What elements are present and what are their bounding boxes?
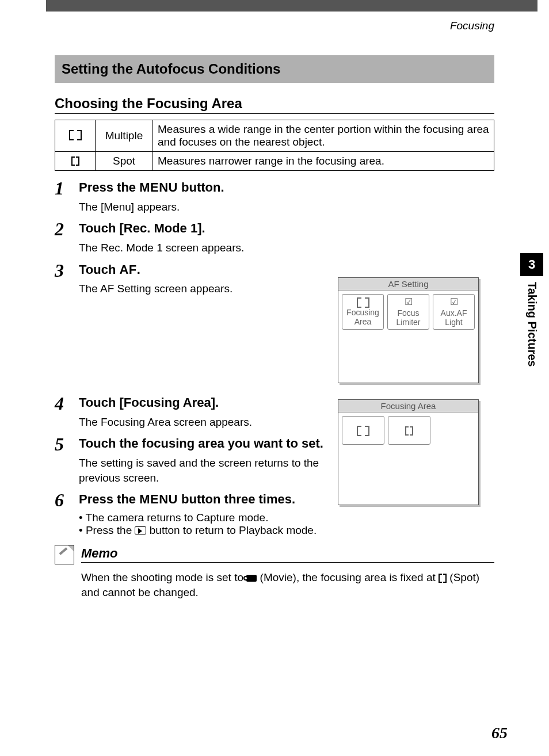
table-row: Multiple Measures a wide range in the ce… (55, 120, 494, 152)
movie-icon (246, 575, 257, 582)
btn-label: Focusing (346, 308, 379, 317)
step-title: Press the MENU button. (79, 179, 494, 196)
text: Touch (79, 262, 119, 277)
header-context: Focusing (0, 12, 549, 32)
step-title: Touch AF. (79, 261, 494, 278)
memo-header: Memo (55, 545, 494, 564)
btn-label: Area (354, 317, 372, 326)
screen-title: AF Setting (338, 278, 478, 291)
step-title: Touch [Rec. Mode 1]. (79, 220, 494, 237)
step-number: 2 (55, 220, 79, 255)
spot-icon (439, 574, 447, 582)
bracket-icon (357, 426, 369, 435)
step-number: 6 (55, 491, 79, 537)
screen-btn-aux-af-light[interactable]: Aux.AF Light (433, 294, 475, 330)
step-number: 3 (55, 261, 79, 296)
screen-btn-focusing-area[interactable]: Focusing Area (342, 294, 384, 330)
bracket-icon (69, 130, 82, 139)
step-number: 1 (55, 179, 79, 214)
bracket-icon (357, 297, 369, 307)
af-setting-screen: AF Setting Focusing Area Focus Limiter A… (338, 277, 479, 383)
memo-label: Memo (81, 546, 494, 563)
menu-word: MENU (139, 492, 178, 506)
step-2: 2 Touch [Rec. Mode 1]. The Rec. Mode 1 s… (55, 220, 494, 255)
focusing-area-screen: Focusing Area (338, 399, 479, 505)
step-title: Touch the focusing area you want to set. (79, 435, 355, 452)
menu-word: MENU (139, 180, 178, 194)
step-number: 5 (55, 435, 79, 485)
memo-icon (55, 545, 74, 564)
table-row: Spot Measures narrower range in the focu… (55, 152, 494, 171)
screen-btn-multiple[interactable] (342, 416, 384, 445)
text: button three times. (178, 492, 295, 506)
step-desc: The setting is saved and the screen retu… (79, 456, 361, 485)
mode-name: Multiple (96, 120, 153, 152)
step-number: 4 (55, 394, 79, 429)
screen-title: Focusing Area (338, 400, 478, 413)
memo-text: When the shooting mode is set to (Movie)… (55, 570, 494, 600)
check-icon (450, 297, 458, 307)
text: Press the (79, 492, 139, 506)
chapter-label: Taking Pictures (525, 282, 539, 366)
section-banner: Setting the Autofocus Conditions (55, 55, 494, 83)
step-desc: The [Menu] appears. (79, 200, 494, 215)
mode-icon-spot (55, 152, 96, 171)
btn-label: Light (445, 318, 462, 327)
mode-desc: Measures a wide range in the center port… (153, 120, 494, 152)
page-number: 65 (491, 724, 508, 742)
bullet: Press the button to return to Playback m… (79, 524, 494, 537)
sub-heading: Choosing the Focusing Area (55, 96, 494, 114)
modes-table: Multiple Measures a wide range in the ce… (55, 120, 494, 171)
playback-icon (135, 526, 146, 534)
text: When the shooting mode is set to (81, 571, 246, 583)
spot-icon (405, 426, 413, 434)
screen-btn-spot[interactable] (388, 416, 430, 445)
text: Press the (79, 180, 139, 194)
spot-icon (71, 156, 79, 165)
mode-name: Spot (96, 152, 153, 171)
btn-label: Limiter (396, 318, 420, 327)
text: . (137, 262, 140, 277)
mode-desc: Measures narrower range in the focusing … (153, 152, 494, 171)
step-desc: The Rec. Mode 1 screen appears. (79, 240, 494, 255)
bullet: The camera returns to Capture mode. (79, 511, 494, 524)
btn-label: Aux.AF (441, 308, 467, 318)
check-icon (405, 297, 413, 307)
chapter-number: 3 (520, 253, 543, 276)
step-1: 1 Press the MENU button. The [Menu] appe… (55, 179, 494, 214)
top-bar (46, 0, 537, 12)
text: button. (178, 180, 224, 194)
btn-label: Focus (397, 308, 419, 318)
screen-btn-focus-limiter[interactable]: Focus Limiter (387, 294, 429, 330)
mode-icon-multiple (55, 120, 96, 152)
text: (Movie), the focusing area is fixed at (257, 571, 439, 583)
af-word: AF (119, 262, 136, 277)
side-tab: 3 Taking Pictures (520, 253, 543, 366)
step-bullets: The camera returns to Capture mode. Pres… (79, 511, 494, 537)
